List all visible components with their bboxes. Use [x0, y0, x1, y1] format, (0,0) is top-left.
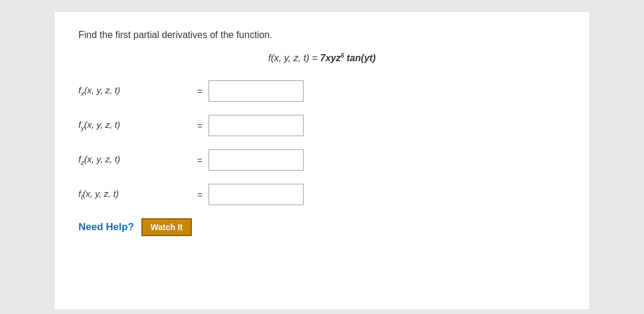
function-label: f(x, y, z, t) = 7xyz6 tan(yt): [269, 53, 376, 63]
main-container: Find the first partial derivatives of th…: [55, 12, 589, 309]
equals-fy: =: [197, 121, 203, 131]
answer-input-fy[interactable]: [209, 115, 304, 136]
derivative-label-ft: ft(x, y, z, t): [78, 189, 197, 200]
equals-ft: =: [197, 190, 203, 200]
derivative-row-fz: fz(x, y, z, t) =: [78, 149, 566, 171]
derivative-label-fx: fx(x, y, z, t): [78, 85, 197, 97]
need-help-label: Need Help?: [78, 221, 134, 233]
derivative-label-fz: fz(x, y, z, t): [78, 154, 197, 166]
answer-input-fx[interactable]: [209, 80, 304, 102]
function-definition: f(x, y, z, t) = 7xyz6 tan(yt): [78, 52, 566, 64]
answer-input-ft[interactable]: [209, 184, 304, 205]
watch-it-button[interactable]: Watch It: [141, 218, 192, 236]
derivative-label-fy: fy(x, y, z, t): [78, 120, 197, 131]
derivative-row-ft: ft(x, y, z, t) =: [78, 184, 566, 205]
help-row: Need Help? Watch It: [78, 218, 566, 236]
derivative-row-fx: fx(x, y, z, t) =: [78, 80, 566, 102]
equals-fx: =: [197, 86, 203, 96]
answer-input-fz[interactable]: [209, 149, 304, 171]
problem-title: Find the first partial derivatives of th…: [78, 30, 566, 40]
equals-fz: =: [197, 155, 203, 165]
derivative-row-fy: fy(x, y, z, t) =: [78, 115, 566, 136]
